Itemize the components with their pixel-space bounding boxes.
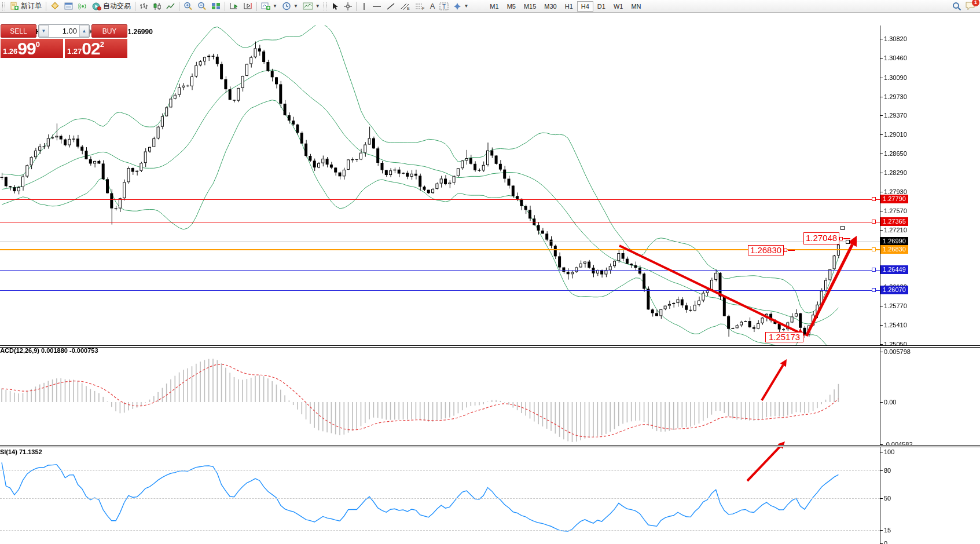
volume-increase-button[interactable]: ▲ [79, 25, 89, 37]
macd-tick-label: 0.00 [884, 399, 896, 406]
vertical-line-button[interactable] [358, 1, 370, 12]
horizontal-line-button[interactable] [370, 1, 384, 12]
text-tool-icon: A [430, 2, 435, 10]
template-icon [303, 2, 313, 10]
data-window-button[interactable] [62, 1, 76, 12]
zoom-in-button[interactable] [181, 1, 195, 12]
axis-tick [880, 115, 883, 116]
chart-shift-button[interactable] [241, 1, 255, 12]
annotation-anchor[interactable] [784, 249, 787, 252]
price-tick-label: 1.28650 [884, 150, 907, 157]
equidistant-channel-button[interactable]: E [398, 1, 413, 12]
trend-arrows-layer[interactable] [0, 25, 880, 544]
trend-arrow[interactable] [762, 359, 787, 400]
trendline-button[interactable] [384, 1, 398, 12]
period-button[interactable]: ▼ [280, 1, 300, 12]
price-tick-label: 1.27210 [884, 227, 907, 233]
arrows-button[interactable]: ▼ [451, 1, 471, 12]
svg-text:T: T [442, 3, 446, 10]
chart-window: USDCAD-,H4 1.26955 1.27001 1.26955 1.269… [0, 13, 980, 544]
price-annotation-1.26830[interactable]: 1.26830 [748, 245, 784, 255]
price-tick-label: 1.25770 [884, 302, 907, 309]
autotrading-button[interactable]: 自动交易 [90, 1, 133, 12]
timeframe-h1[interactable]: H1 [561, 1, 577, 12]
selection-handle[interactable] [846, 240, 850, 244]
tile-windows-button[interactable] [209, 1, 223, 12]
buy-price-pips: 02 [82, 40, 100, 57]
market-watch-button[interactable] [48, 1, 62, 12]
auto-scroll-button[interactable] [227, 1, 241, 12]
text-button[interactable]: A [428, 1, 438, 12]
price-tick-label: 1.29370 [884, 112, 907, 119]
toolbar-separator [356, 2, 357, 11]
crosshair-icon [344, 2, 352, 10]
bar-chart-button[interactable] [137, 1, 151, 12]
trend-arrow[interactable] [806, 236, 857, 336]
macd-pane-splitter[interactable] [0, 345, 980, 348]
rsi-tick-label: 50 [884, 495, 891, 502]
rsi-pane-splitter[interactable] [0, 445, 980, 447]
axis-tick [880, 352, 883, 352]
axis-tick [880, 97, 883, 97]
timeframe-h4[interactable]: H4 [577, 1, 593, 12]
timeframe-m1[interactable]: M1 [486, 1, 502, 12]
toolbar-grip[interactable] [2, 2, 5, 10]
zoom-out-icon [197, 2, 207, 10]
toolbar-grip[interactable] [324, 2, 326, 10]
sell-price-display[interactable]: 1.26 99 0 [1, 39, 63, 58]
price-annotation-1.25173[interactable]: 1.25173 [765, 332, 803, 342]
axis-tick [880, 154, 883, 154]
volume-input[interactable] [49, 25, 79, 37]
template-button[interactable]: ▼ [300, 1, 322, 12]
crosshair-button[interactable] [342, 1, 354, 12]
new-chart-button[interactable]: ▼ [259, 1, 280, 12]
rsi-tick-label: 100 [884, 448, 894, 455]
autotrading-icon [92, 2, 101, 10]
volume-decrease-button[interactable]: ▼ [39, 25, 49, 37]
timeframe-d1[interactable]: D1 [593, 1, 610, 12]
autotrading-label: 自动交易 [103, 1, 131, 11]
axis-tick [880, 230, 883, 231]
axis-tick [880, 306, 883, 306]
toolbar-separator [46, 2, 46, 11]
buy-button[interactable]: BUY [91, 24, 127, 38]
axis-tick [880, 78, 883, 78]
price-annotation-1.27048[interactable]: 1.27048 [803, 232, 839, 244]
signals-button[interactable] [76, 1, 90, 12]
timeframe-mn[interactable]: MN [627, 1, 645, 12]
trend-arrow[interactable] [747, 441, 785, 481]
trend-arrow[interactable] [619, 246, 805, 335]
cursor-icon [331, 2, 339, 10]
new-order-button[interactable]: 新订单 [8, 1, 44, 12]
price-axis-border [880, 25, 880, 544]
data-window-icon [64, 2, 74, 10]
timeframe-m5[interactable]: M5 [503, 1, 520, 12]
sell-button[interactable]: SELL [1, 24, 36, 38]
cursor-button[interactable] [329, 1, 342, 12]
search-icon[interactable] [952, 2, 961, 11]
level-price-label: 1.27790 [880, 195, 908, 203]
bar-chart-icon [140, 2, 148, 10]
timeframe-m30[interactable]: M30 [540, 1, 560, 12]
level-price-label: 1.26070 [880, 286, 908, 294]
candlestick-chart-button[interactable] [151, 1, 164, 12]
notifications-button[interactable]: 1 [965, 1, 977, 11]
annotation-anchor[interactable] [839, 237, 843, 240]
price-tick-label: 1.29730 [884, 93, 907, 100]
buy-price-display[interactable]: 1.27 02 2 [65, 39, 127, 58]
selection-handle[interactable] [840, 226, 845, 230]
timeframe-w1[interactable]: W1 [610, 1, 627, 12]
zoom-out-button[interactable] [195, 1, 209, 12]
svg-text:E: E [407, 6, 410, 10]
horizontal-line-icon [372, 2, 381, 10]
main-toolbar: 新订单 自动交易 [0, 0, 980, 13]
line-chart-button[interactable] [164, 1, 177, 12]
price-tick-label: 1.27570 [884, 207, 907, 214]
level-price-label: 1.27365 [880, 217, 908, 226]
arrows-tool-icon [453, 2, 461, 10]
dropdown-caret-icon: ▼ [293, 3, 298, 9]
timeframe-m15[interactable]: M15 [520, 1, 540, 12]
fibonacci-button[interactable]: F [413, 1, 428, 12]
text-label-button[interactable]: T [437, 1, 451, 12]
sell-price-pips: 99 [17, 40, 35, 57]
